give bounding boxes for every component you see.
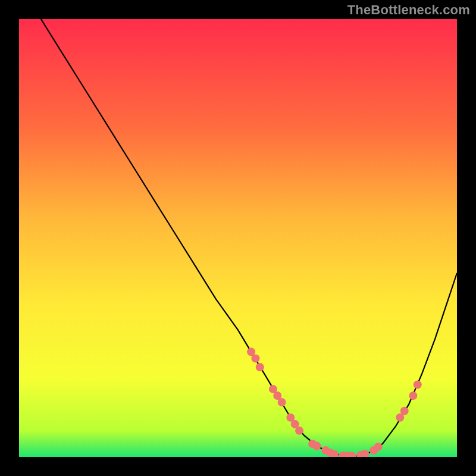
marker-dot [251, 354, 259, 362]
marker-dot [400, 407, 409, 415]
marker-dot [312, 442, 321, 450]
marker-dot [295, 427, 303, 435]
frame: TheBottleneck.com [0, 0, 476, 476]
marker-dot [374, 443, 383, 451]
watermark-text: TheBottleneck.com [347, 2, 470, 18]
chart-plot-area [19, 19, 457, 457]
marker-dot [256, 363, 264, 371]
marker-dot [409, 392, 417, 400]
bottleneck-chart [19, 19, 457, 457]
marker-dot [278, 398, 286, 406]
gradient-background [19, 19, 457, 457]
marker-dot [414, 381, 422, 389]
